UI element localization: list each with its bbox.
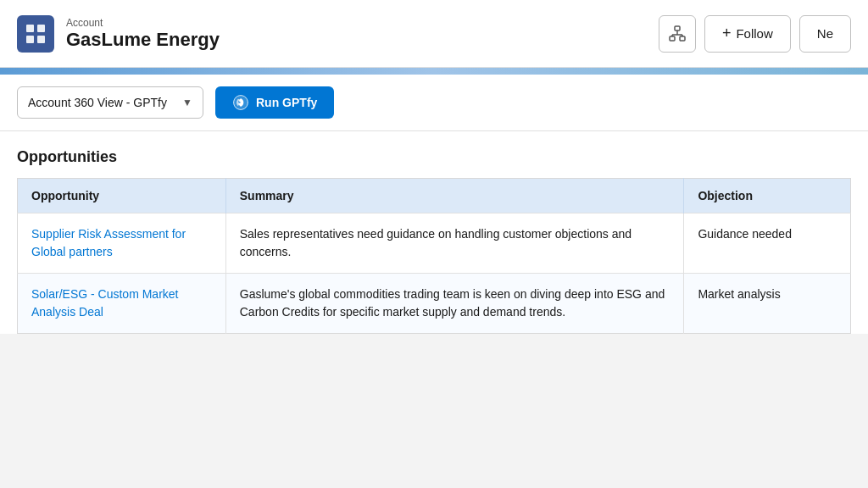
- follow-button[interactable]: + Follow: [704, 15, 791, 53]
- objection-cell: Guidance needed: [684, 214, 851, 274]
- blue-stripe-decoration: [0, 68, 868, 75]
- col-header-summary: Summary: [225, 179, 684, 214]
- table-row: Solar/ESG - Custom Market Analysis DealG…: [18, 274, 851, 334]
- table-header-row: Opportunity Summary Objection: [18, 179, 851, 214]
- svg-rect-3: [37, 36, 45, 43]
- opportunities-table: Opportunity Summary Objection Supplier R…: [17, 178, 851, 334]
- account-name: GasLume Energy: [66, 29, 220, 51]
- hierarchy-button[interactable]: [659, 15, 696, 53]
- run-button-label: Run GPTfy: [256, 96, 317, 109]
- account-label: Account: [66, 17, 220, 29]
- section-title: Opportunities: [17, 148, 851, 166]
- svg-rect-4: [675, 26, 680, 30]
- svg-rect-1: [37, 25, 45, 32]
- new-label: Ne: [817, 26, 833, 41]
- objection-cell: Market analysis: [684, 274, 851, 334]
- svg-rect-2: [26, 36, 34, 43]
- svg-rect-5: [670, 36, 675, 41]
- account-info: Account GasLume Energy: [66, 17, 220, 51]
- opportunity-link[interactable]: Solar/ESG - Custom Market Analysis Deal: [31, 287, 179, 319]
- table-row: Supplier Risk Assessment for Global part…: [18, 214, 851, 274]
- svg-rect-6: [680, 36, 685, 41]
- chevron-down-icon: ▼: [182, 97, 192, 108]
- toolbar: Account 360 View - GPTfy ▼ Run GPTfy: [0, 75, 868, 131]
- col-header-opportunity: Opportunity: [18, 179, 226, 214]
- opportunity-link[interactable]: Supplier Risk Assessment for Global part…: [31, 227, 186, 258]
- opportunity-cell: Solar/ESG - Custom Market Analysis Deal: [18, 274, 226, 334]
- new-button[interactable]: Ne: [799, 15, 851, 53]
- col-header-objection: Objection: [684, 179, 851, 214]
- header-right: + Follow Ne: [659, 15, 851, 53]
- header-left: Account GasLume Energy: [17, 15, 220, 53]
- account-icon: [17, 15, 54, 53]
- follow-label: Follow: [736, 26, 772, 41]
- gptfy-icon: [232, 94, 249, 111]
- main-content: Opportunities Opportunity Summary Object…: [0, 131, 868, 334]
- dropdown-label: Account 360 View - GPTfy: [28, 96, 167, 109]
- summary-cell: Gaslume's global commodities trading tea…: [225, 274, 684, 334]
- view-dropdown[interactable]: Account 360 View - GPTfy ▼: [17, 86, 203, 119]
- summary-cell: Sales representatives need guidance on h…: [225, 214, 684, 274]
- follow-plus-icon: +: [722, 25, 732, 42]
- opportunity-cell: Supplier Risk Assessment for Global part…: [18, 214, 226, 274]
- page-header: Account GasLume Energy + Follow Ne: [0, 0, 868, 68]
- svg-rect-0: [26, 25, 34, 32]
- run-gptfy-button[interactable]: Run GPTfy: [215, 86, 334, 119]
